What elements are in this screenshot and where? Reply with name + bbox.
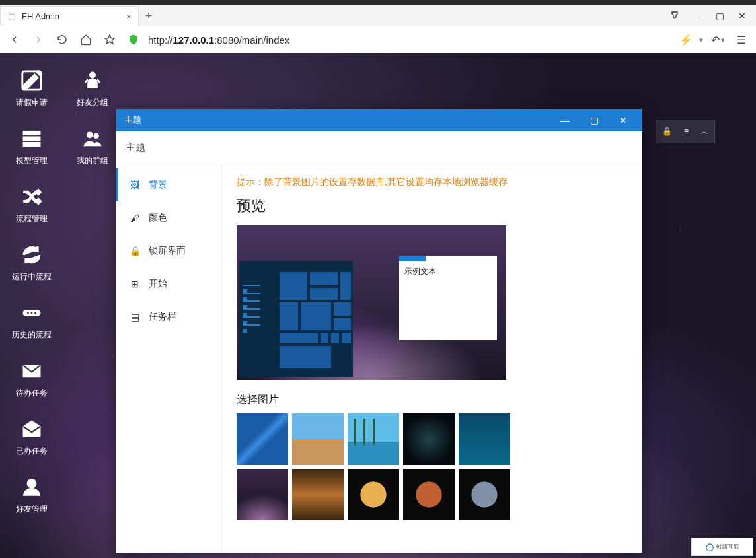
window-close-icon[interactable]: ✕ — [732, 7, 752, 25]
desktop-icon-sync[interactable]: 运行中流程 — [5, 233, 58, 289]
sidebar-item-taskbar[interactable]: ▤任务栏 — [116, 300, 221, 333]
undo-icon[interactable]: ↶▾ — [708, 30, 727, 49]
desktop-icon-group[interactable]: 我的群组 — [66, 117, 119, 172]
wallpaper-thumbnails — [237, 413, 514, 520]
nav-favorite-button[interactable] — [100, 30, 119, 49]
preview-heading: 预览 — [237, 196, 628, 216]
desktop-icon-label: 运行中流程 — [12, 272, 52, 281]
svg-point-10 — [34, 312, 37, 314]
image-icon: 🖼 — [129, 180, 141, 190]
shuffle-icon — [20, 182, 43, 211]
desktop-icon-label: 请假申请 — [16, 98, 48, 107]
sync-icon — [20, 240, 43, 269]
desktop-icon-label: 好友分组 — [77, 98, 108, 107]
sidebar-item-label: 开始 — [149, 278, 167, 290]
desktop-icon-user[interactable]: 好友管理 — [5, 466, 58, 521]
nav-back-button[interactable] — [5, 30, 24, 49]
desktop-icon-shuffle[interactable]: 流程管理 — [5, 175, 58, 230]
svg-rect-4 — [23, 143, 40, 147]
wallpaper-thumb[interactable] — [459, 413, 510, 465]
win-close-icon[interactable]: ✕ — [612, 115, 634, 125]
wallpaper-thumb[interactable] — [459, 469, 510, 520]
wallpaper-thumb[interactable] — [237, 469, 288, 520]
wallpaper-thumb[interactable] — [403, 469, 455, 520]
svg-point-6 — [94, 133, 98, 138]
user-icon — [20, 473, 43, 502]
edit-icon — [20, 66, 43, 95]
theme-content: 提示：除了背景图片的设置存数据库,其它设置均存本地浏览器缓存 预览 — [222, 164, 642, 553]
brush-icon: 🖌 — [129, 213, 141, 223]
sidebar-item-image[interactable]: 🖼背景 — [116, 168, 221, 201]
person-icon — [81, 66, 104, 95]
window-minimize-icon[interactable]: — — [687, 7, 707, 25]
window-title: 主题 — [124, 114, 141, 126]
desktop-icon-dots[interactable]: 历史的流程 — [5, 291, 58, 347]
nav-refresh-button[interactable] — [53, 30, 71, 49]
chevron-up-icon[interactable]: ︿ — [700, 126, 708, 137]
theme-sidebar: 🖼背景🖌颜色🔒锁屏界面⊞开始▤任务栏 — [116, 164, 222, 553]
win-minimize-icon[interactable]: — — [554, 115, 576, 125]
sidebar-item-label: 颜色 — [149, 212, 167, 224]
sidebar-item-win[interactable]: ⊞开始 — [116, 267, 221, 300]
desktop-icon-person[interactable]: 好友分组 — [66, 59, 119, 114]
svg-rect-3 — [23, 137, 40, 141]
window-maximize-icon[interactable]: ▢ — [710, 7, 730, 25]
mail-icon — [20, 357, 43, 386]
desktop-icon-label: 我的群组 — [77, 156, 108, 165]
browser-tab[interactable]: ▢ FH Admin × — [0, 6, 139, 26]
wallpaper-thumb[interactable] — [348, 413, 399, 465]
desktop-icon-label: 历史的流程 — [12, 330, 52, 339]
browser-chrome: ▢ FH Admin × + — ▢ ✕ http://127.0.0.1:80… — [0, 5, 756, 53]
win-maximize-icon[interactable]: ▢ — [583, 115, 605, 125]
sample-text: 示例文本 — [399, 261, 497, 283]
sidebar-item-label: 背景 — [149, 179, 167, 191]
hint-text: 提示：除了背景图片的设置存数据库,其它设置均存本地浏览器缓存 — [237, 176, 628, 188]
sidebar-item-brush[interactable]: 🖌颜色 — [116, 201, 221, 234]
sidebar-item-lock[interactable]: 🔒锁屏界面 — [116, 234, 221, 267]
wallpaper-thumb[interactable] — [292, 469, 344, 520]
dots-icon — [20, 298, 43, 328]
address-bar[interactable]: http://127.0.0.1:8080/main/index — [148, 34, 289, 46]
bolt-icon[interactable]: ⚡ — [679, 34, 693, 46]
desktop-icon-label: 流程管理 — [16, 214, 48, 223]
tab-favicon: ▢ — [7, 12, 17, 21]
svg-rect-2 — [23, 131, 40, 135]
sidebar-item-label: 锁屏界面 — [149, 245, 186, 257]
window-subtitle: 主题 — [116, 131, 642, 164]
svg-point-11 — [28, 480, 35, 487]
mail-open-icon — [20, 415, 43, 444]
desktop-icon-mail[interactable]: 待办任务 — [5, 349, 58, 405]
svg-point-1 — [90, 72, 96, 78]
lock-icon: 🔒 — [129, 246, 141, 256]
tab-title: FH Admin — [22, 11, 59, 21]
desktop-icon-layers[interactable]: 模型管理 — [5, 117, 58, 172]
wallpaper-thumb[interactable] — [292, 413, 344, 465]
desktop-icon-label: 好友管理 — [16, 505, 48, 514]
list-icon[interactable]: ≡ — [684, 127, 689, 136]
layers-icon — [20, 124, 43, 153]
desktop-icon-label: 已办任务 — [16, 446, 48, 456]
preview-sample-window: 示例文本 — [399, 256, 497, 340]
svg-point-9 — [30, 312, 33, 314]
svg-point-5 — [87, 132, 93, 138]
new-tab-button[interactable]: + — [139, 6, 159, 26]
wallpaper-thumb[interactable] — [237, 413, 288, 465]
nav-forward-button[interactable] — [29, 30, 48, 49]
wallpaper-thumb[interactable] — [348, 469, 399, 520]
background-panel-controls: 🔒 ≡ ︿ — [656, 120, 715, 143]
desktop-icon-edit[interactable]: 请假申请 — [5, 59, 58, 114]
hamburger-menu-icon[interactable]: ☰ — [732, 30, 751, 49]
lock-icon[interactable]: 🔒 — [662, 127, 672, 136]
shield-icon — [124, 30, 143, 49]
caret-down-icon[interactable]: ▾ — [699, 36, 703, 44]
desktop-icon-mail-open[interactable]: 已办任务 — [5, 407, 58, 463]
desktop-icon-label: 模型管理 — [16, 156, 48, 165]
tab-close-icon[interactable]: × — [126, 11, 132, 22]
nav-home-button[interactable] — [77, 30, 95, 49]
win-icon: ⊞ — [129, 279, 141, 289]
pin-icon[interactable] — [665, 7, 685, 25]
wallpaper-thumb[interactable] — [403, 413, 455, 465]
window-titlebar[interactable]: 主题 — ▢ ✕ — [116, 109, 642, 131]
taskbar-icon: ▤ — [129, 312, 141, 322]
theme-preview: 示例文本 — [237, 225, 506, 380]
